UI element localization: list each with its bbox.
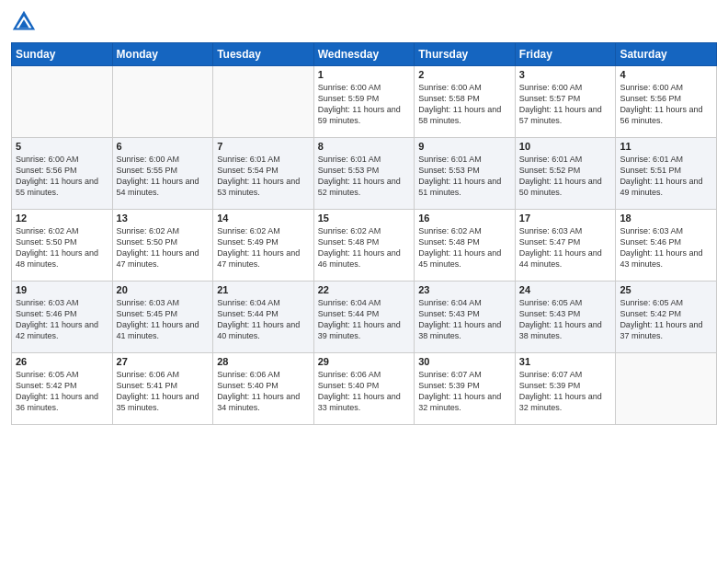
calendar-cell: 13Sunrise: 6:02 AM Sunset: 5:50 PM Dayli…	[112, 210, 213, 282]
day-number: 30	[418, 356, 511, 367]
weekday-thursday: Thursday	[415, 43, 516, 66]
day-info: Sunrise: 6:00 AM Sunset: 5:56 PM Dayligh…	[620, 82, 712, 127]
day-info: Sunrise: 6:05 AM Sunset: 5:42 PM Dayligh…	[16, 369, 108, 414]
logo	[11, 9, 40, 35]
calendar-cell: 2Sunrise: 6:00 AM Sunset: 5:58 PM Daylig…	[415, 66, 516, 138]
calendar-cell: 22Sunrise: 6:04 AM Sunset: 5:44 PM Dayli…	[313, 282, 415, 353]
day-number: 27	[117, 356, 210, 367]
day-info: Sunrise: 6:00 AM Sunset: 5:56 PM Dayligh…	[16, 154, 108, 199]
day-number: 5	[16, 141, 108, 152]
calendar-week-3: 19Sunrise: 6:03 AM Sunset: 5:46 PM Dayli…	[12, 282, 717, 353]
day-number: 17	[519, 213, 612, 224]
calendar-cell: 18Sunrise: 6:03 AM Sunset: 5:46 PM Dayli…	[616, 210, 717, 282]
weekday-header-row: SundayMondayTuesdayWednesdayThursdayFrid…	[12, 43, 717, 66]
weekday-sunday: Sunday	[12, 43, 113, 66]
day-info: Sunrise: 6:06 AM Sunset: 5:40 PM Dayligh…	[217, 369, 310, 414]
day-number: 2	[418, 69, 511, 80]
day-number: 23	[418, 284, 511, 295]
calendar-cell: 1Sunrise: 6:00 AM Sunset: 5:59 PM Daylig…	[313, 66, 415, 138]
weekday-wednesday: Wednesday	[313, 43, 415, 66]
day-info: Sunrise: 6:05 AM Sunset: 5:43 PM Dayligh…	[519, 297, 612, 342]
day-info: Sunrise: 6:01 AM Sunset: 5:51 PM Dayligh…	[620, 154, 712, 199]
day-info: Sunrise: 6:01 AM Sunset: 5:52 PM Dayligh…	[519, 154, 612, 199]
day-info: Sunrise: 6:02 AM Sunset: 5:49 PM Dayligh…	[217, 225, 310, 270]
calendar-cell: 30Sunrise: 6:07 AM Sunset: 5:39 PM Dayli…	[415, 353, 516, 425]
calendar-cell: 8Sunrise: 6:01 AM Sunset: 5:53 PM Daylig…	[313, 138, 415, 210]
calendar-cell: 7Sunrise: 6:01 AM Sunset: 5:54 PM Daylig…	[213, 138, 314, 210]
day-number: 7	[217, 141, 310, 152]
page-container: SundayMondayTuesdayWednesdayThursdayFrid…	[0, 0, 728, 563]
day-info: Sunrise: 6:01 AM Sunset: 5:53 PM Dayligh…	[418, 154, 511, 199]
day-number: 3	[519, 69, 612, 80]
logo-icon	[11, 9, 37, 35]
calendar-cell: 25Sunrise: 6:05 AM Sunset: 5:42 PM Dayli…	[616, 282, 717, 353]
calendar-week-1: 5Sunrise: 6:00 AM Sunset: 5:56 PM Daylig…	[12, 138, 717, 210]
day-number: 25	[620, 284, 712, 295]
day-number: 1	[318, 69, 411, 80]
day-number: 31	[519, 356, 612, 367]
calendar-cell: 3Sunrise: 6:00 AM Sunset: 5:57 PM Daylig…	[515, 66, 616, 138]
calendar-cell	[112, 66, 213, 138]
calendar-week-2: 12Sunrise: 6:02 AM Sunset: 5:50 PM Dayli…	[12, 210, 717, 282]
day-number: 29	[318, 356, 411, 367]
day-info: Sunrise: 6:03 AM Sunset: 5:47 PM Dayligh…	[519, 225, 612, 270]
day-number: 12	[16, 213, 108, 224]
day-info: Sunrise: 6:04 AM Sunset: 5:44 PM Dayligh…	[217, 297, 310, 342]
day-number: 9	[418, 141, 511, 152]
calendar-cell: 26Sunrise: 6:05 AM Sunset: 5:42 PM Dayli…	[12, 353, 113, 425]
day-info: Sunrise: 6:00 AM Sunset: 5:55 PM Dayligh…	[117, 154, 210, 199]
calendar-cell: 23Sunrise: 6:04 AM Sunset: 5:43 PM Dayli…	[415, 282, 516, 353]
day-number: 15	[318, 213, 411, 224]
day-info: Sunrise: 6:02 AM Sunset: 5:50 PM Dayligh…	[117, 225, 210, 270]
calendar-cell: 27Sunrise: 6:06 AM Sunset: 5:41 PM Dayli…	[112, 353, 213, 425]
day-info: Sunrise: 6:06 AM Sunset: 5:40 PM Dayligh…	[318, 369, 411, 414]
calendar-cell: 10Sunrise: 6:01 AM Sunset: 5:52 PM Dayli…	[515, 138, 616, 210]
day-number: 19	[16, 284, 108, 295]
day-info: Sunrise: 6:05 AM Sunset: 5:42 PM Dayligh…	[620, 297, 712, 342]
day-info: Sunrise: 6:01 AM Sunset: 5:54 PM Dayligh…	[217, 154, 310, 199]
day-info: Sunrise: 6:07 AM Sunset: 5:39 PM Dayligh…	[519, 369, 612, 414]
calendar-cell: 4Sunrise: 6:00 AM Sunset: 5:56 PM Daylig…	[616, 66, 717, 138]
weekday-tuesday: Tuesday	[213, 43, 314, 66]
day-number: 16	[418, 213, 511, 224]
day-info: Sunrise: 6:01 AM Sunset: 5:53 PM Dayligh…	[318, 154, 411, 199]
day-info: Sunrise: 6:00 AM Sunset: 5:58 PM Dayligh…	[418, 82, 511, 127]
day-info: Sunrise: 6:02 AM Sunset: 5:48 PM Dayligh…	[418, 225, 511, 270]
day-info: Sunrise: 6:03 AM Sunset: 5:45 PM Dayligh…	[117, 297, 210, 342]
day-info: Sunrise: 6:04 AM Sunset: 5:44 PM Dayligh…	[318, 297, 411, 342]
calendar-week-0: 1Sunrise: 6:00 AM Sunset: 5:59 PM Daylig…	[12, 66, 717, 138]
day-info: Sunrise: 6:07 AM Sunset: 5:39 PM Dayligh…	[418, 369, 511, 414]
calendar-cell: 19Sunrise: 6:03 AM Sunset: 5:46 PM Dayli…	[12, 282, 113, 353]
calendar: SundayMondayTuesdayWednesdayThursdayFrid…	[11, 42, 717, 425]
day-info: Sunrise: 6:00 AM Sunset: 5:59 PM Dayligh…	[318, 82, 411, 127]
calendar-week-4: 26Sunrise: 6:05 AM Sunset: 5:42 PM Dayli…	[12, 353, 717, 425]
day-number: 18	[620, 213, 712, 224]
calendar-cell: 17Sunrise: 6:03 AM Sunset: 5:47 PM Dayli…	[515, 210, 616, 282]
day-info: Sunrise: 6:02 AM Sunset: 5:48 PM Dayligh…	[318, 225, 411, 270]
day-info: Sunrise: 6:00 AM Sunset: 5:57 PM Dayligh…	[519, 82, 612, 127]
day-info: Sunrise: 6:04 AM Sunset: 5:43 PM Dayligh…	[418, 297, 511, 342]
calendar-cell: 16Sunrise: 6:02 AM Sunset: 5:48 PM Dayli…	[415, 210, 516, 282]
day-number: 22	[318, 284, 411, 295]
calendar-header: SundayMondayTuesdayWednesdayThursdayFrid…	[12, 43, 717, 66]
calendar-cell: 28Sunrise: 6:06 AM Sunset: 5:40 PM Dayli…	[213, 353, 314, 425]
calendar-cell: 5Sunrise: 6:00 AM Sunset: 5:56 PM Daylig…	[12, 138, 113, 210]
day-number: 8	[318, 141, 411, 152]
calendar-cell: 11Sunrise: 6:01 AM Sunset: 5:51 PM Dayli…	[616, 138, 717, 210]
header	[11, 9, 717, 35]
day-info: Sunrise: 6:03 AM Sunset: 5:46 PM Dayligh…	[620, 225, 712, 270]
calendar-cell: 29Sunrise: 6:06 AM Sunset: 5:40 PM Dayli…	[313, 353, 415, 425]
day-info: Sunrise: 6:06 AM Sunset: 5:41 PM Dayligh…	[117, 369, 210, 414]
day-number: 13	[117, 213, 210, 224]
calendar-cell	[213, 66, 314, 138]
day-number: 11	[620, 141, 712, 152]
calendar-cell: 9Sunrise: 6:01 AM Sunset: 5:53 PM Daylig…	[415, 138, 516, 210]
weekday-friday: Friday	[515, 43, 616, 66]
calendar-cell	[12, 66, 113, 138]
day-info: Sunrise: 6:02 AM Sunset: 5:50 PM Dayligh…	[16, 225, 108, 270]
calendar-cell: 6Sunrise: 6:00 AM Sunset: 5:55 PM Daylig…	[112, 138, 213, 210]
day-number: 26	[16, 356, 108, 367]
calendar-cell	[616, 353, 717, 425]
day-number: 21	[217, 284, 310, 295]
day-number: 20	[117, 284, 210, 295]
